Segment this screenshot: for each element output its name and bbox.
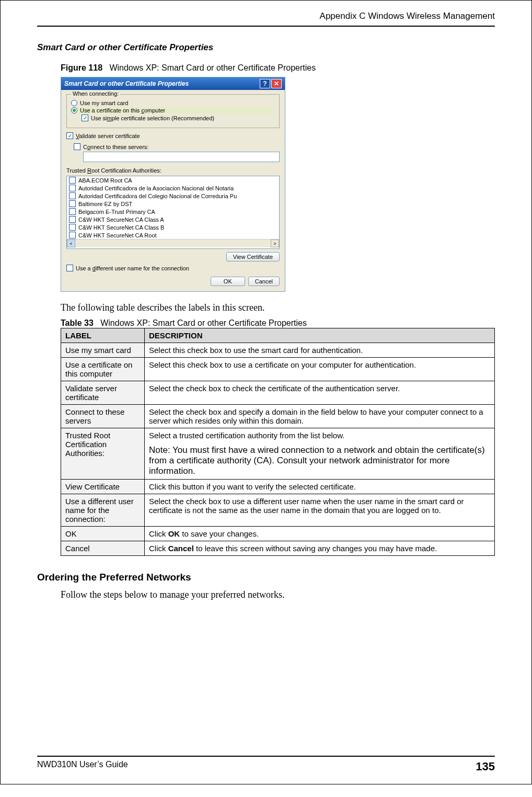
checkbox-validate-label: Validate server certificate [76,133,140,139]
cancel-button[interactable]: Cancel [248,277,280,286]
table-row: Use a different user name for the connec… [61,494,495,527]
titlebar[interactable]: Smart Card or other Certificate Properti… [61,77,285,90]
list-item[interactable]: Autoridad Certificadora del Colegio Naci… [67,192,279,200]
table-intro-text: The following table describes the labels… [61,302,495,313]
help-button-icon[interactable]: ? [260,79,270,88]
th-description: DESCRIPTION [145,328,495,343]
horizontal-scrollbar[interactable]: < > [67,239,279,247]
checkbox-simple-label: Use simple certificate selection (Recomm… [91,115,214,121]
checkbox-icon [69,192,76,199]
xp-dialog: Smart Card or other Certificate Properti… [61,77,285,292]
checkbox-validate[interactable]: Validate server certificate [66,132,280,139]
header-rule [37,26,495,27]
page-footer: NWD310N User’s Guide 135 [37,756,495,773]
subsection-title: Ordering the Preferred Networks [37,572,495,583]
when-connecting-group: When connecting: Use my smart card Use a… [66,94,280,128]
checkbox-icon [69,177,76,184]
list-item[interactable]: ABA.ECOM Root CA [67,176,279,184]
checkbox-icon [66,132,73,139]
table-row: Cancel Click Cancel to leave this screen… [61,541,495,556]
scroll-right-icon[interactable]: > [271,240,279,247]
checkbox-icon [69,216,76,223]
checkbox-icon [66,265,73,271]
table-row: Validate server certificate Select the c… [61,381,495,405]
checkbox-diff-user-label: Use a different user name for the connec… [76,265,189,271]
checkbox-icon [69,232,76,238]
subsection-body: Follow the steps below to manage your pr… [61,589,495,600]
list-item[interactable]: C&W HKT SecureNet CA Class A [67,215,279,223]
group-legend: When connecting: [71,90,120,97]
list-item[interactable]: Belgacom E-Trust Primary CA [67,208,279,215]
titlebar-text: Smart Card or other Certificate Properti… [64,80,189,87]
view-certificate-button[interactable]: View Certificate [226,252,280,261]
list-item[interactable]: Autoridad Certificadora de la Asociacion… [67,184,279,192]
radio-smartcard-label: Use my smart card [80,100,128,106]
authorities-list[interactable]: ABA.ECOM Root CA Autoridad Certificadora… [66,176,280,249]
list-item[interactable]: C&W HKT SecureNet CA Class B [67,223,279,231]
ok-button[interactable]: OK [211,277,245,286]
radio-certificate[interactable]: Use a certificate on this computer [71,107,275,113]
list-item[interactable]: C&W HKT SecureNet CA Root [67,231,279,239]
footer-guide: NWD310N User’s Guide [37,760,128,773]
checkbox-icon [74,143,80,150]
table-row: Use a certificate on this computer Selec… [61,358,495,381]
radio-icon [71,100,77,106]
radio-icon [71,107,77,113]
close-button-icon[interactable]: ✕ [271,79,282,88]
checkbox-connect-label: Connect to these servers: [83,144,148,150]
checkbox-simple[interactable]: Use simple certificate selection (Recomm… [82,115,275,121]
table-row: Trusted Root Certification Authorities: … [61,428,495,480]
figure-number: Figure 118 [61,63,102,72]
header-appendix: Appendix C Windows Wireless Management [37,11,495,21]
checkbox-icon [69,185,76,191]
trusted-label: Trusted Root Certification Authorities: [66,167,280,174]
table-caption: Table 33 Windows XP: Smart Card or other… [61,318,495,328]
checkbox-icon [82,115,88,121]
note-text: Note: You must first have a wired connec… [149,445,490,476]
table-row: Connect to these servers Select the chec… [61,405,495,428]
section-title: Smart Card or other Certificate Properti… [37,42,495,53]
table-caption-text: Windows XP: Smart Card or other Certific… [100,318,307,327]
properties-table: LABEL DESCRIPTION Use my smart card Sele… [61,328,495,556]
figure-caption: Figure 118 Windows XP: Smart Card or oth… [61,63,495,73]
table-number: Table 33 [61,318,94,327]
table-row: Use my smart card Select this check box … [61,343,495,358]
checkbox-diff-user[interactable]: Use a different user name for the connec… [66,265,280,271]
checkbox-connect[interactable]: Connect to these servers: [74,143,280,150]
list-item[interactable]: Baltimore EZ by DST [67,200,279,208]
table-row: OK Click OK to save your changes. [61,527,495,541]
checkbox-icon [69,224,76,231]
radio-certificate-label: Use a certificate on this computer [80,107,165,113]
table-row: View Certificate Click this button if yo… [61,480,495,494]
checkbox-icon [69,200,76,207]
checkbox-icon [69,208,76,215]
figure-caption-text: Windows XP: Smart Card or other Certific… [109,63,316,72]
th-label: LABEL [61,328,145,343]
footer-page-number: 135 [476,760,495,773]
servers-input[interactable] [83,152,280,162]
scroll-left-icon[interactable]: < [67,240,75,247]
radio-smartcard[interactable]: Use my smart card [71,100,275,106]
